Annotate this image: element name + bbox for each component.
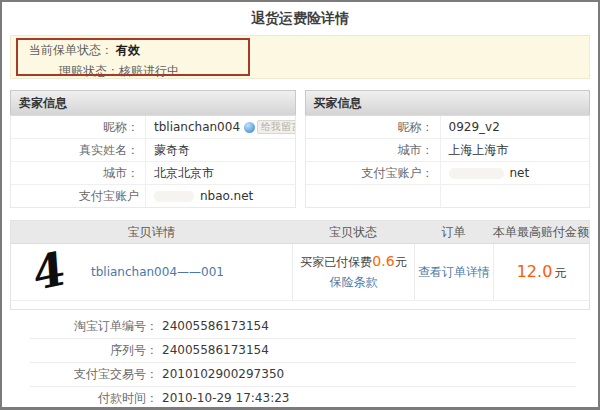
wangwang-icon[interactable] xyxy=(244,122,255,133)
item-thumbnail[interactable]: 4 xyxy=(31,248,79,296)
policy-status-value: 有效 xyxy=(116,43,140,57)
goods-table-footer xyxy=(11,300,589,309)
seller-alipay-text: nbao.net xyxy=(200,189,253,203)
view-order-detail-link[interactable]: 查看订单详情 xyxy=(418,264,490,281)
policy-status-notice: 当前保单状态：有效 理赔状态：核赔进行中 xyxy=(10,35,590,79)
buyer-alipay-value: net xyxy=(440,162,589,185)
buyer-nickname-label: 昵称： xyxy=(306,116,441,139)
taobao-order-no-value: 24005586173154 xyxy=(158,319,576,334)
alipay-trade-no-label: 支付宝交易号： xyxy=(30,367,158,382)
seller-nickname-row: 昵称： tblianchan004给我留言 xyxy=(11,116,295,139)
col-header-item-detail: 宝贝详情 xyxy=(11,221,292,243)
buyer-info-body: 昵称： 0929_v2 城市： 上海上海市 支付宝账户： net xyxy=(305,115,591,208)
buyer-city-row: 城市： 上海上海市 xyxy=(306,139,590,162)
buyer-alipay-row: 支付宝账户： net xyxy=(306,162,590,185)
policy-status-line: 当前保单状态：有效 xyxy=(11,36,589,59)
pay-time-value: 2010-10-29 17:43:23 xyxy=(158,391,576,406)
order-cell: 查看订单详情 xyxy=(414,244,493,300)
taobao-order-no-label: 淘宝订单编号： xyxy=(30,319,158,334)
buyer-alipay-label: 支付宝账户： xyxy=(306,162,441,185)
serial-no-row: 序列号： 24005586173154 xyxy=(30,339,576,363)
premium-unit: 元 xyxy=(395,255,407,269)
seller-info-header: 卖家信息 xyxy=(10,90,296,115)
buyer-empty-row xyxy=(306,185,590,208)
redaction-smudge xyxy=(154,191,194,202)
max-payout-cell: 12.0元 xyxy=(493,244,589,300)
premium-paid-line: 买家已付保费0.6元 xyxy=(300,253,406,271)
page-title: 退货运费险详情 xyxy=(2,2,598,28)
buyer-city-value: 上海上海市 xyxy=(440,139,589,162)
seller-realname-value: 蒙奇奇 xyxy=(146,139,295,162)
buyer-info-section: 买家信息 昵称： 0929_v2 城市： 上海上海市 支付宝账户： net xyxy=(305,90,591,208)
pay-time-label: 付款时间： xyxy=(30,391,158,406)
seller-info-section: 卖家信息 昵称： tblianchan004给我留言 真实姓名： 蒙奇奇 城市：… xyxy=(10,90,296,208)
seller-info-body: 昵称： tblianchan004给我留言 真实姓名： 蒙奇奇 城市： 北京北京… xyxy=(10,115,296,208)
payout-unit: 元 xyxy=(554,266,566,280)
seller-alipay-row: 支付宝账户 nbao.net xyxy=(11,185,295,208)
serial-no-value: 24005586173154 xyxy=(158,343,576,358)
seller-realname-row: 真实姓名： 蒙奇奇 xyxy=(11,139,295,162)
redaction-smudge xyxy=(449,168,504,179)
buyer-city-label: 城市： xyxy=(306,139,441,162)
col-header-order: 订单 xyxy=(414,221,493,243)
item-status-cell: 买家已付保费0.6元 保险条款 xyxy=(292,244,414,300)
party-info-row: 卖家信息 昵称： tblianchan004给我留言 真实姓名： 蒙奇奇 城市：… xyxy=(10,90,590,208)
seller-city-value: 北京北京市 xyxy=(146,162,295,185)
item-detail-cell: 4 tblianchan004——001 xyxy=(11,244,292,300)
buyer-empty-value xyxy=(440,185,589,208)
buyer-empty-label xyxy=(306,185,441,208)
seller-nickname-text: tblianchan004 xyxy=(154,120,240,134)
payout-line: 12.0元 xyxy=(517,262,567,282)
goods-table-header: 宝贝详情 宝贝状态 订单 本单最高赔付金额 xyxy=(11,221,589,244)
payout-amount: 12.0 xyxy=(517,262,553,281)
alipay-trade-no-row: 支付宝交易号： 2010102900297350 xyxy=(30,363,576,387)
insurance-terms-link[interactable]: 保险条款 xyxy=(330,274,378,291)
buyer-info-header: 买家信息 xyxy=(305,90,591,115)
order-detail-list: 淘宝订单编号： 24005586173154 序列号： 240055861731… xyxy=(30,315,576,410)
seller-city-row: 城市： 北京北京市 xyxy=(11,162,295,185)
taobao-order-no-row: 淘宝订单编号： 24005586173154 xyxy=(30,315,576,339)
leave-message-badge[interactable]: 给我留言 xyxy=(257,120,294,134)
buyer-alipay-text: net xyxy=(510,166,530,180)
claim-status-value: 核赔进行中 xyxy=(119,64,179,78)
seller-nickname-label: 昵称： xyxy=(11,116,146,139)
seller-city-label: 城市： xyxy=(11,162,146,185)
insurance-detail-page: 退货运费险详情 当前保单状态：有效 理赔状态：核赔进行中 卖家信息 昵称： tb… xyxy=(0,0,600,410)
premium-paid-label: 买家已付保费 xyxy=(300,255,372,269)
policy-status-label: 当前保单状态： xyxy=(29,43,113,57)
seller-alipay-label: 支付宝账户 xyxy=(11,185,146,208)
seller-nickname-value: tblianchan004给我留言 xyxy=(146,116,295,139)
seller-alipay-value: nbao.net xyxy=(146,185,295,208)
pay-time-row: 付款时间： 2010-10-29 17:43:23 xyxy=(30,387,576,410)
claim-status-line: 理赔状态：核赔进行中 xyxy=(11,59,589,80)
buyer-nickname-value: 0929_v2 xyxy=(440,116,589,139)
premium-amount: 0.6 xyxy=(372,253,394,269)
col-header-item-status: 宝贝状态 xyxy=(292,221,414,243)
goods-table: 宝贝详情 宝贝状态 订单 本单最高赔付金额 4 tblianchan004——0… xyxy=(10,220,590,310)
alipay-trade-no-value: 2010102900297350 xyxy=(158,367,576,382)
goods-row: 4 tblianchan004——001 买家已付保费0.6元 保险条款 查看订… xyxy=(11,244,589,300)
item-thumbnail-glyph: 4 xyxy=(31,248,66,296)
col-header-max-payout: 本单最高赔付金额 xyxy=(493,221,589,243)
serial-no-label: 序列号： xyxy=(30,343,158,358)
item-title-link[interactable]: tblianchan004——001 xyxy=(91,265,224,279)
seller-realname-label: 真实姓名： xyxy=(11,139,146,162)
buyer-nickname-row: 昵称： 0929_v2 xyxy=(306,116,590,139)
claim-status-label: 理赔状态： xyxy=(59,64,119,78)
